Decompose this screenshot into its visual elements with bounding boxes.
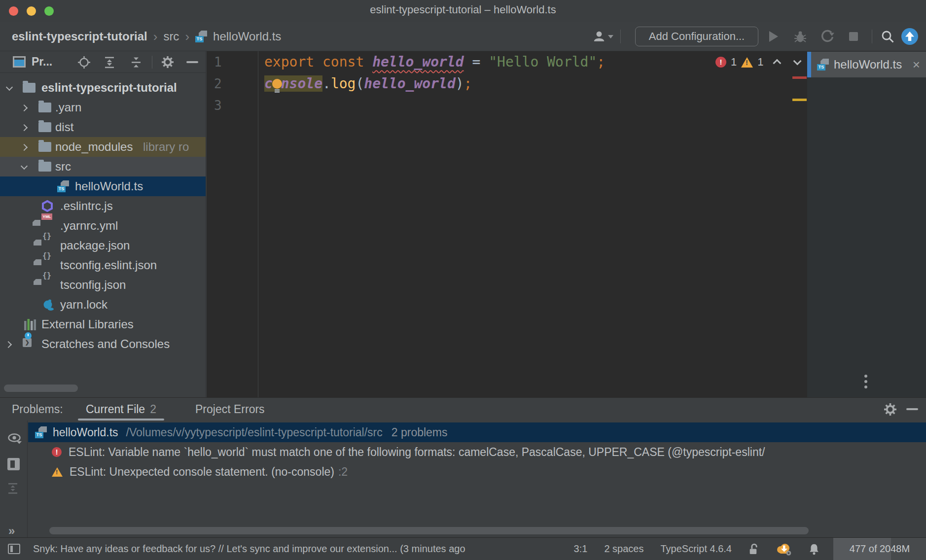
project-settings-button[interactable] [162,56,174,68]
problems-content: » TS helloWorld.ts /Volumes/v/yytypescri… [0,420,926,537]
folder-icon [38,122,51,132]
tab-badge: 2 [150,403,156,416]
person-icon [593,30,605,43]
line-number[interactable]: 1 [214,51,253,73]
tree-item-scratches-and-consoles[interactable]: ❯ Scratches and Consoles [0,334,206,354]
expand-all-button[interactable] [104,56,115,69]
hide-problems-button[interactable] [906,408,918,410]
semicolon-token: ; [464,75,472,92]
view-options-button[interactable] [7,433,22,445]
tool-windows-toggle-icon[interactable] [8,544,20,554]
breadcrumb-folder[interactable]: src [163,30,179,43]
user-account-button[interactable] [593,22,613,51]
error-count[interactable]: 1 [731,56,737,69]
breadcrumb-project[interactable]: eslint-typescript-tutorial [12,30,147,43]
problems-settings-button[interactable] [884,403,896,416]
project-horizontal-scrollbar[interactable] [4,385,78,392]
external-libraries-icon [24,319,36,331]
tree-item-label: yarn.lock [60,295,107,315]
minus-icon [186,61,198,63]
chevron-separator-icon: › [185,29,189,44]
tree-item-helloworld-ts[interactable]: TS helloWorld.ts [0,176,206,196]
variable-token: hello_world [364,75,455,92]
variable-error-token: hello_world [372,54,463,70]
inspections-widget: ! 1 1 [715,56,799,69]
run-button[interactable] [769,22,778,51]
tree-item-eslintrc-js[interactable]: .eslintrc.js [0,196,206,216]
stop-button[interactable] [849,22,858,51]
line-number[interactable]: 2 [214,73,253,95]
tree-item-yarnrc-yml[interactable]: YML .yarnrc.yml [0,216,206,236]
open-preview-button[interactable] [7,458,20,470]
typescript-file-icon: TS [35,426,47,438]
intention-bulb-icon[interactable] [271,79,283,94]
indent-widget[interactable]: 2 spaces [604,543,643,555]
expand-all-button[interactable] [7,483,18,495]
tree-item-package-json[interactable]: {} package.json [0,236,206,255]
line-number[interactable]: 3 [214,95,253,116]
problem-warning-row[interactable]: ESLint: Unexpected console statement. (n… [28,462,926,482]
tab-label: Current File [86,403,145,416]
chevron-right-icon[interactable] [21,105,28,111]
minus-icon [906,408,918,410]
tree-item-label: tsconfig.json [60,275,126,295]
chevron-right-icon[interactable] [21,124,28,131]
typescript-version-widget[interactable]: TypeScript 4.6.4 [660,543,732,555]
chevron-right-icon[interactable] [21,144,28,151]
problems-file-name: helloWorld.ts [53,426,118,439]
problem-error-row[interactable]: ! ESLint: Variable name `hello_world` mu… [28,442,926,462]
tree-item-tsconfig-eslint-json[interactable]: {} tsconfig.eslint.json [0,255,206,275]
memory-indicator[interactable]: 477 of 2048M [833,538,926,560]
folder-icon [23,83,36,93]
debug-button[interactable] [794,22,807,51]
cursor-position-widget[interactable]: 3:1 [574,543,588,555]
tree-item-yarn-folder[interactable]: .yarn [0,98,206,117]
warning-count[interactable]: 1 [757,56,763,69]
tree-item-root[interactable]: eslint-typescript-tutorial [0,78,206,98]
tab-project-errors[interactable]: Project Errors [195,398,265,420]
tree-item-src-folder[interactable]: src [0,157,206,176]
title-bar: eslint-typescript-tutorial – helloWorld.… [0,0,926,22]
status-message[interactable]: Snyk: Have any ideas or feedback for us?… [33,543,557,555]
tree-item-tsconfig-json[interactable]: {} tsconfig.json [0,275,206,295]
error-stripe-mark[interactable] [792,76,807,79]
snyk-widget[interactable] [776,542,792,556]
editor-tab-helloworld[interactable]: TS helloWorld.ts × [811,52,926,77]
bell-icon [809,543,819,555]
breadcrumb: eslint-typescript-tutorial › src › TS he… [12,22,281,51]
lock-widget[interactable] [748,543,759,555]
hide-panel-button[interactable] [186,61,198,63]
right-editor-pane: TS helloWorld.ts × [807,51,926,397]
tree-item-yarn-lock[interactable]: yarn.lock [0,295,206,315]
tree-item-dist-folder[interactable]: dist [0,117,206,137]
notifications-widget[interactable] [809,543,819,555]
run-with-coverage-button[interactable] [820,22,834,51]
chevron-down-icon[interactable] [21,163,28,170]
collapse-all-button[interactable] [130,56,142,69]
add-configuration-button[interactable]: Add Configuration... [635,27,758,46]
previous-problem-icon[interactable] [773,59,781,68]
chevron-right-icon[interactable] [5,341,12,348]
search-everywhere-button[interactable] [881,22,894,51]
tree-item-label: .yarn [55,98,81,117]
problems-horizontal-scrollbar[interactable] [49,527,809,534]
breadcrumb-file[interactable]: helloWorld.ts [213,30,281,43]
warning-stripe-mark[interactable] [792,99,807,101]
tree-item-node-modules[interactable]: node_modules library ro [0,137,206,157]
typescript-file-icon: TS [195,31,207,42]
keyword-token: export const [264,54,372,70]
select-opened-file-button[interactable] [78,56,90,69]
editor-options-kebab-icon[interactable] [864,375,868,391]
close-tab-icon[interactable]: × [913,60,920,70]
tab-current-file[interactable]: Current File2 [86,398,156,420]
next-problem-icon[interactable] [793,57,801,65]
project-panel-title[interactable]: Pr... [32,55,52,69]
more-options-icon[interactable]: » [8,524,15,538]
problems-file-row[interactable]: TS helloWorld.ts /Volumes/v/yytypescript… [28,422,926,442]
project-tool-icon[interactable] [13,56,26,68]
toolbar-separator [152,56,152,69]
code-editor[interactable]: 1 2 3 export const hello_world = "Hello … [207,51,807,397]
chevron-down-icon[interactable] [6,84,13,91]
update-project-button[interactable] [901,22,918,51]
tree-item-external-libraries[interactable]: External Libraries [0,315,206,334]
